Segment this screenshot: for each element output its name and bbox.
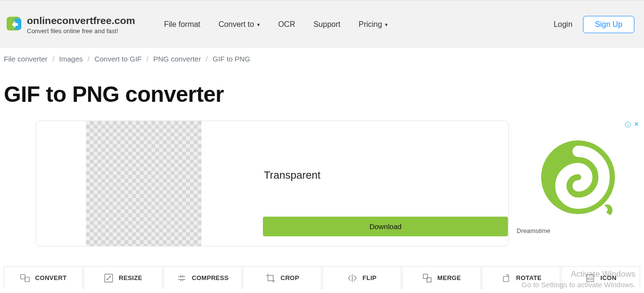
transparent-checker	[86, 121, 201, 246]
crumb-images[interactable]: Images	[59, 55, 83, 63]
nav-file-format[interactable]: File format	[164, 20, 200, 29]
svg-text:ICO: ICO	[587, 277, 593, 280]
side-ad: ⓘ ✕ Dreamstime	[517, 121, 639, 246]
tab-crop[interactable]: CROP	[243, 266, 322, 289]
content-row: Transparent Download ⓘ ✕ Dreamstime	[0, 121, 644, 246]
icon-icon: ICO	[585, 273, 595, 283]
tab-resize[interactable]: RESIZE	[84, 266, 162, 289]
logo-icon	[6, 16, 23, 33]
tool-tabs: CONVERT RESIZE COMPRESS CROP FLIP MERGE …	[4, 266, 640, 289]
page-title: GIF to PNG converter	[0, 70, 644, 121]
rotate-icon	[501, 273, 511, 283]
header: onlineconvertfree.com Convert files onli…	[0, 0, 644, 48]
crumb-separator: /	[206, 55, 208, 63]
crop-icon	[265, 273, 276, 283]
signup-button[interactable]: Sign Up	[583, 16, 634, 33]
download-button[interactable]: Download	[263, 217, 508, 236]
crumb-convert-to-gif[interactable]: Convert to GIF	[94, 55, 141, 63]
login-link[interactable]: Login	[554, 20, 572, 29]
flip-icon	[347, 273, 358, 283]
merge-icon	[422, 273, 433, 283]
tab-compress[interactable]: COMPRESS	[163, 266, 242, 289]
nav-ocr[interactable]: OCR	[278, 20, 296, 29]
ad-brand-name: Dreamstime	[517, 227, 639, 234]
ad-close-icon[interactable]: ✕	[634, 121, 639, 129]
breadcrumb: File converter / Images / Convert to GIF…	[0, 48, 644, 70]
crumb-separator: /	[87, 55, 89, 63]
site-name: onlineconvertfree.com	[27, 15, 135, 26]
ad-right: Transparent Download	[201, 121, 508, 246]
svg-rect-6	[503, 276, 508, 281]
tab-icon[interactable]: ICO ICON	[561, 266, 640, 289]
auth-area: Login Sign Up	[554, 16, 634, 33]
crumb-separator: /	[52, 55, 54, 63]
ad-card[interactable]: Transparent Download	[36, 121, 509, 246]
tab-convert[interactable]: CONVERT	[4, 266, 83, 289]
chevron-down-icon: ▾	[385, 22, 388, 28]
crumb-file-converter[interactable]: File converter	[4, 55, 48, 63]
ad-info-icon[interactable]: ⓘ	[625, 121, 631, 129]
crumb-separator: /	[147, 55, 149, 63]
crumb-gif-to-png[interactable]: GIF to PNG	[212, 55, 250, 63]
ad-label: Transparent	[264, 169, 508, 182]
main-nav: File format Convert to▾ OCR Support Pric…	[164, 20, 388, 29]
resize-icon	[103, 273, 114, 283]
compress-icon	[176, 273, 187, 283]
ad-controls: ⓘ ✕	[517, 121, 639, 129]
tab-merge[interactable]: MERGE	[402, 266, 481, 289]
nav-pricing[interactable]: Pricing▾	[359, 20, 388, 29]
tagline: Convert files online free and fast!	[27, 27, 135, 35]
convert-icon	[20, 273, 30, 283]
spiral-logo-icon[interactable]	[535, 134, 621, 220]
logo-area[interactable]: onlineconvertfree.com Convert files onli…	[5, 15, 135, 35]
svg-rect-2	[25, 277, 29, 281]
nav-support[interactable]: Support	[313, 20, 340, 29]
tab-rotate[interactable]: ROTATE	[482, 266, 561, 289]
svg-rect-1	[21, 274, 25, 279]
chevron-down-icon: ▾	[257, 22, 260, 28]
nav-convert-to[interactable]: Convert to▾	[219, 20, 260, 29]
tab-flip[interactable]: FLIP	[322, 266, 401, 289]
crumb-png-converter[interactable]: PNG converter	[153, 55, 201, 63]
